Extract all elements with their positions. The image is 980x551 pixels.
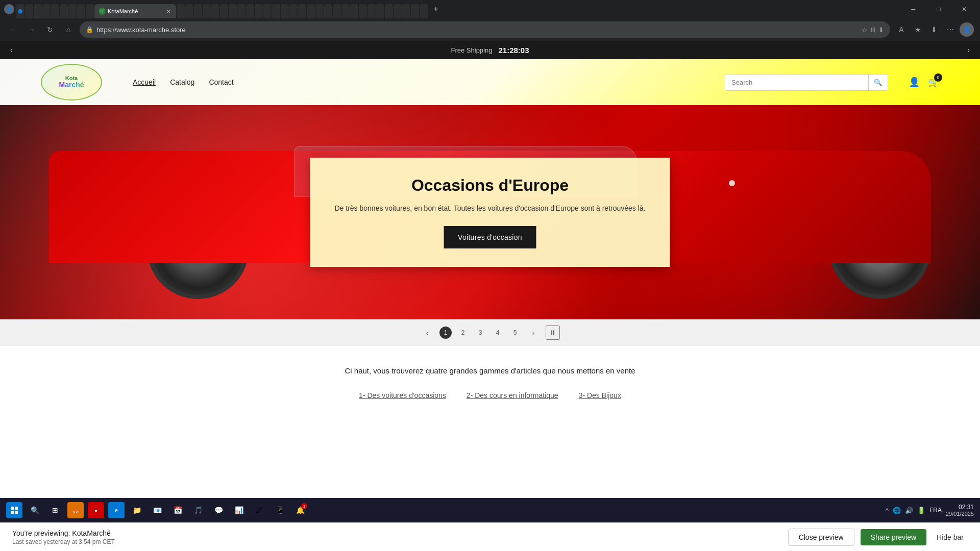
share-preview-button[interactable]: Share preview (861, 529, 927, 545)
taskbar-app-9[interactable]: 🖊 (251, 502, 267, 518)
tab-mini[interactable] (220, 4, 228, 18)
tab-mini[interactable] (177, 4, 185, 18)
hide-bar-button[interactable]: Hide bar (933, 529, 968, 545)
back-button[interactable]: ← (6, 22, 20, 37)
cart-icon[interactable]: 🛒 0 (928, 77, 939, 88)
tab-mini[interactable] (246, 4, 254, 18)
tab-mini[interactable] (34, 4, 42, 18)
announcement-next-button[interactable]: › (961, 44, 976, 56)
tab-mini[interactable] (86, 4, 94, 18)
systray-network-icon[interactable]: 🌐 (893, 507, 901, 514)
pagination-dot-5[interactable]: 5 (509, 327, 521, 339)
tab-mini[interactable] (255, 4, 263, 18)
account-icon[interactable]: 👤 (909, 77, 920, 88)
pagination-next-button[interactable]: › (526, 325, 541, 340)
taskbar-edge-icon[interactable]: e (108, 502, 125, 518)
taskbar-app-5[interactable]: 📅 (169, 502, 186, 518)
nav-accueil[interactable]: Accueil (133, 78, 156, 86)
tab-mini[interactable] (211, 4, 219, 18)
tab-mini[interactable] (77, 4, 85, 18)
tab-mini[interactable] (194, 4, 202, 18)
pagination-dot-3[interactable]: 3 (474, 327, 486, 339)
tab-mini[interactable] (237, 4, 246, 18)
tab-mini[interactable] (350, 4, 358, 18)
taskbar-app-4[interactable]: 📧 (149, 502, 165, 518)
tab-mini[interactable] (42, 4, 51, 18)
tab-mini[interactable] (203, 4, 211, 18)
taskbar-clock[interactable]: 02:31 29/01/2025 (946, 504, 974, 517)
tab-mini[interactable] (402, 4, 410, 18)
logo[interactable]: Kota Marché (41, 64, 102, 101)
start-button[interactable] (6, 502, 22, 518)
read-mode-icon[interactable]: Ⅲ (871, 26, 875, 34)
tab-mini[interactable] (60, 4, 68, 18)
category-link-1[interactable]: 2- Des cours en informatique (467, 391, 558, 399)
maximize-button[interactable]: □ (927, 1, 950, 17)
tab-mini[interactable] (368, 4, 376, 18)
settings-icon[interactable]: ⋯ (943, 22, 958, 37)
download-icon[interactable]: ⬇ (878, 26, 884, 34)
task-view-icon[interactable]: ⊞ (47, 502, 63, 518)
tab-mini[interactable] (341, 4, 350, 18)
close-button[interactable]: ✕ (952, 1, 976, 17)
tab-close-btn[interactable]: ✕ (165, 8, 172, 15)
tab-mini[interactable] (272, 4, 280, 18)
taskbar-app-1[interactable]: 🦊 (67, 502, 84, 518)
systray-volume-icon[interactable]: 🔊 (905, 507, 913, 514)
reload-button[interactable]: ↻ (43, 22, 57, 37)
tab-mini[interactable] (263, 4, 272, 18)
new-tab-button[interactable]: + (430, 3, 442, 15)
tab-mini[interactable] (333, 4, 341, 18)
tab-mini[interactable] (185, 4, 193, 18)
pagination-dot-2[interactable]: 2 (457, 327, 469, 339)
taskbar-notification-icon[interactable]: 🔔 1 (292, 502, 308, 518)
profile-button[interactable]: 👤 (960, 22, 974, 37)
nav-contact[interactable]: Contact (209, 78, 233, 86)
translate-icon[interactable]: A (894, 22, 909, 37)
tab-mini[interactable] (289, 4, 298, 18)
language-indicator[interactable]: FRA (929, 507, 942, 514)
systray-battery-icon[interactable]: 🔋 (917, 507, 925, 514)
tab-mini[interactable] (298, 4, 306, 18)
pagination-prev-button[interactable]: ‹ (420, 325, 434, 340)
tab-mini[interactable] (324, 4, 332, 18)
taskbar-app-2[interactable]: ● (88, 502, 104, 518)
tab-mini[interactable] (68, 4, 77, 18)
tab-mini[interactable] (25, 4, 33, 18)
bookmark-star-icon[interactable]: ☆ (862, 26, 868, 34)
tab-mini[interactable] (307, 4, 315, 18)
tab-mini[interactable] (411, 4, 419, 18)
announcement-prev-button[interactable]: ‹ (4, 44, 19, 56)
systray-expand-icon[interactable]: ^ (886, 507, 889, 514)
pagination-dot-4[interactable]: 4 (492, 327, 504, 339)
tab-mini[interactable] (420, 4, 428, 18)
pagination-dot-1[interactable]: 1 (439, 327, 452, 339)
tab-mini[interactable] (281, 4, 289, 18)
taskbar-app-8[interactable]: 📊 (231, 502, 247, 518)
search-taskbar-icon[interactable]: 🔍 (27, 502, 43, 518)
nav-catalog[interactable]: Catalog (170, 78, 194, 86)
tab-mini[interactable] (385, 4, 393, 18)
tab-mini[interactable] (315, 4, 324, 18)
profile-icon[interactable]: 👤 (4, 4, 14, 14)
favorites-icon[interactable]: ★ (911, 22, 925, 37)
url-bar[interactable]: 🔒 https://www.kota-marche.store ☆ Ⅲ ⬇ (80, 21, 890, 38)
active-tab[interactable]: 🛒 KotaMarché ✕ (94, 4, 176, 18)
home-button[interactable]: ⌂ (61, 22, 76, 37)
taskbar-app-6[interactable]: 🎵 (190, 502, 206, 518)
taskbar-app-10[interactable]: 📱 (272, 502, 288, 518)
taskbar-app-7[interactable]: 💬 (210, 502, 227, 518)
search-button[interactable]: 🔍 (868, 74, 888, 90)
search-input[interactable] (725, 74, 868, 90)
category-link-2[interactable]: 3- Des Bijoux (579, 391, 621, 399)
pause-button[interactable]: ⏸ (546, 325, 560, 340)
category-link-0[interactable]: 1- Des voitures d'occasions (359, 391, 446, 399)
forward-button[interactable]: → (24, 22, 39, 37)
tab-mini[interactable] (229, 4, 237, 18)
hero-cta-button[interactable]: Voitures d'occasion (444, 226, 536, 248)
collections-icon[interactable]: ⬇ (927, 22, 941, 37)
tab-mini[interactable] (51, 4, 59, 18)
tab-mini[interactable] (376, 4, 384, 18)
minimize-button[interactable]: ─ (901, 1, 925, 17)
taskbar-app-3[interactable]: 📁 (129, 502, 145, 518)
